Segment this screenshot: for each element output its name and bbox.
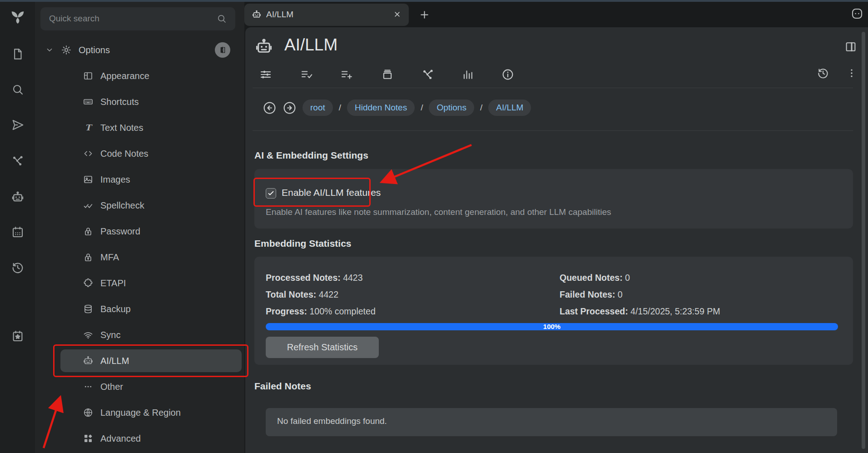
tree-item-spellcheck[interactable]: Spellcheck — [35, 196, 244, 214]
tree-item-options[interactable]: Options — [35, 41, 244, 59]
tree-item-text-notes[interactable]: TText Notes — [35, 119, 244, 137]
ribbon-archive-icon[interactable] — [379, 66, 396, 83]
quick-search-placeholder: Quick search — [49, 14, 99, 24]
jump-to-note-icon[interactable] — [0, 113, 35, 137]
chat-icon[interactable] — [850, 7, 864, 20]
breadcrumb-item-hidden-notes[interactable]: Hidden Notes — [347, 100, 415, 116]
tree-item-label: Text Notes — [100, 123, 143, 133]
stat-line: Failed Notes: 0 — [560, 286, 720, 303]
tree-item-label: Images — [100, 174, 130, 185]
relation-map-icon[interactable] — [0, 149, 35, 173]
tab-close-icon[interactable] — [393, 10, 402, 19]
ribbon-list-check-icon[interactable] — [298, 66, 315, 83]
tree-item-backup[interactable]: Backup — [35, 300, 244, 318]
tree-item-other[interactable]: Other — [35, 378, 244, 396]
ribbon-bar-chart-icon[interactable] — [460, 66, 476, 83]
breadcrumb-item-root[interactable]: root — [303, 100, 333, 116]
lock-icon — [82, 226, 94, 237]
quick-search-input[interactable]: Quick search — [40, 7, 235, 30]
app-logo-icon[interactable] — [0, 5, 35, 29]
door-icon — [218, 45, 227, 55]
tree-item-language-region[interactable]: Language & Region — [35, 403, 244, 422]
lock-icon — [82, 252, 94, 263]
tab-title: AI/LLM — [266, 10, 293, 20]
note-tree-panel: Quick search Options AppearanceShortcuts… — [35, 2, 244, 453]
split-view-icon[interactable] — [844, 40, 858, 54]
activity-bar — [0, 2, 35, 453]
tab-ai-llm[interactable]: AI/LLM — [244, 4, 409, 26]
enable-ai-checkbox[interactable] — [266, 188, 276, 199]
main-area: AI/LLM AI/LLM root/Hidden Notes/Options/… — [244, 2, 868, 453]
note-title[interactable]: AI/LLM — [284, 35, 337, 55]
search-icon — [216, 13, 227, 24]
tree-item-advanced[interactable]: Advanced — [35, 429, 244, 448]
bookmarked-note-icon[interactable] — [0, 324, 35, 348]
tree-item-code-notes[interactable]: Code Notes — [35, 144, 244, 163]
tree-item-label: Spellcheck — [100, 200, 144, 211]
chevron-down-icon[interactable] — [45, 45, 55, 55]
tree-item-sync[interactable]: Sync — [35, 326, 244, 344]
note-revisions-button[interactable] — [815, 65, 831, 81]
breadcrumb-item-options[interactable]: Options — [429, 100, 474, 116]
tree-item-label: Code Notes — [100, 149, 149, 159]
svg-text:T: T — [85, 123, 93, 132]
tree-item-label: Options — [79, 45, 110, 55]
tree-item-label: Appearance — [100, 71, 149, 81]
tree-item-label: Sync — [100, 330, 120, 340]
ai-chat-icon[interactable] — [0, 185, 35, 209]
tree-item-appearance[interactable]: Appearance — [35, 67, 244, 85]
spellcheck-icon — [82, 200, 94, 211]
breadcrumb-separator: / — [339, 103, 341, 113]
new-tab-button[interactable] — [419, 9, 430, 20]
ribbon-relation-map-icon[interactable] — [420, 66, 436, 83]
scrollbar-thumb[interactable] — [862, 32, 865, 449]
stat-line: Total Notes: 4422 — [266, 286, 376, 303]
breadcrumb-item-ai-llm[interactable]: AI/LLM — [488, 100, 531, 116]
tree-item-mfa[interactable]: MFA — [35, 248, 244, 266]
forward-button[interactable] — [283, 101, 297, 115]
tree-item-ai-llm[interactable]: AI/LLM — [35, 352, 244, 370]
embedding-progress-bar: 100% — [266, 323, 838, 330]
note-detail-pane: AI/LLM root/Hidden Notes/Options/AI/LLM … — [245, 27, 868, 453]
tree-item-images[interactable]: Images — [35, 170, 244, 189]
calendar-icon[interactable] — [0, 220, 35, 244]
breadcrumb-separator: / — [480, 103, 482, 113]
stats-column-right: Queued Notes: 0Failed Notes: 0Last Proce… — [560, 269, 720, 320]
ribbon-tune-icon[interactable] — [258, 66, 274, 83]
refresh-statistics-button[interactable]: Refresh Statistics — [266, 337, 379, 358]
ribbon-info-icon[interactable] — [500, 66, 516, 83]
recent-changes-icon[interactable] — [0, 255, 35, 280]
failed-notes-empty-box: No failed embeddings found. — [266, 408, 837, 436]
section-heading-embedding-stats: Embedding Statistics — [254, 238, 352, 249]
tree-item-shortcuts[interactable]: Shortcuts — [35, 93, 244, 111]
tree-item-label: Language & Region — [100, 408, 181, 418]
tree-item-label: Other — [100, 382, 123, 392]
more-options-button[interactable] — [844, 65, 859, 81]
ribbon-list-plus-icon[interactable] — [338, 66, 355, 83]
robot-icon — [254, 37, 273, 56]
puzzle-icon — [82, 278, 94, 289]
tree-item-label: AI/LLM — [100, 356, 129, 366]
breadcrumb: root/Hidden Notes/Options/AI/LLM — [263, 96, 531, 119]
enable-ai-description: Enable AI features like note summarizati… — [266, 207, 611, 217]
new-note-icon[interactable] — [0, 42, 35, 66]
layout-icon — [82, 70, 94, 81]
robot-icon — [82, 355, 94, 366]
tree-item-etapi[interactable]: ETAPI — [35, 274, 244, 292]
database-icon — [82, 304, 94, 314]
enable-ai-checkbox-label[interactable]: Enable AI/LLM features — [282, 187, 381, 198]
failed-notes-empty-message: No failed embeddings found. — [277, 416, 387, 426]
tree-item-label: Backup — [100, 304, 131, 314]
tab-bar: AI/LLM — [244, 2, 868, 27]
hide-panel-button[interactable] — [215, 42, 230, 58]
text-t-icon: T — [82, 122, 94, 133]
tree-item-password[interactable]: Password — [35, 222, 244, 240]
tree-item-label: ETAPI — [100, 278, 126, 289]
wifi-icon — [82, 329, 94, 340]
tree-item-label: MFA — [100, 252, 119, 263]
tree-item-label: Shortcuts — [100, 97, 139, 107]
divider — [253, 130, 853, 131]
search-icon[interactable] — [0, 77, 35, 102]
grid-icon — [82, 433, 94, 444]
back-button[interactable] — [263, 101, 277, 115]
